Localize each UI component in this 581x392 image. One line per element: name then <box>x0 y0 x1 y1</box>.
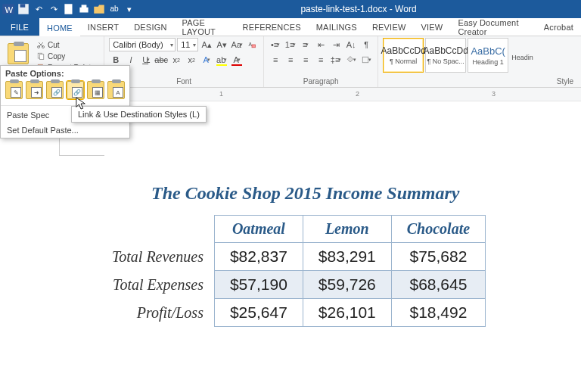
set-default-paste-item[interactable]: Set Default Paste... <box>1 123 129 138</box>
cut-button[interactable]: Cut <box>35 39 99 50</box>
tab-home[interactable]: HOME <box>39 18 80 36</box>
qat-customize-icon[interactable]: ▾ <box>123 2 136 16</box>
qat-undo-icon[interactable]: ↶ <box>32 2 45 16</box>
image-overlay-icon: ▦ <box>92 87 103 98</box>
change-case-button[interactable]: Aa▾ <box>230 38 244 51</box>
row-revenues-label: Total Revenues <box>97 243 214 271</box>
paste-option-link-source[interactable]: 🔗 <box>46 81 64 99</box>
mouse-cursor-icon <box>76 97 86 110</box>
tab-easy-document-creator[interactable]: Easy Document Creator <box>450 18 536 36</box>
cell: $18,492 <box>391 299 485 327</box>
qat-open-icon[interactable] <box>92 2 106 16</box>
col-oatmeal: Oatmeal <box>214 216 303 243</box>
tab-references[interactable]: REFERENCES <box>235 18 309 36</box>
cell: $25,647 <box>214 299 303 327</box>
cell: $68,645 <box>391 271 485 299</box>
style-heading2[interactable]: Headin <box>510 38 546 77</box>
window-title: paste-link-test-1.docx - Word <box>136 4 581 14</box>
group-label-paragraph: Paragraph <box>269 77 373 87</box>
text-effects-button[interactable]: A▾ <box>200 53 213 67</box>
document-area[interactable]: The Cookie Shop 2015 Income Summary Oatm… <box>0 101 581 392</box>
cell: $57,190 <box>214 271 303 299</box>
qat-save-icon[interactable] <box>17 2 30 16</box>
decrease-indent-button[interactable]: ⇤ <box>314 38 328 51</box>
group-label-font: Font <box>109 77 259 87</box>
tab-file[interactable]: FILE <box>0 18 39 36</box>
clear-formatting-button[interactable]: A <box>245 38 259 51</box>
tab-acrobat[interactable]: Acrobat <box>536 18 581 36</box>
line-spacing-button[interactable]: ‡≡▾ <box>329 53 343 67</box>
copy-button[interactable]: Copy <box>35 51 99 61</box>
cell: $83,291 <box>303 243 391 271</box>
shrink-font-button[interactable]: A▾ <box>215 38 228 51</box>
cut-label: Cut <box>48 41 60 49</box>
col-lemon: Lemon <box>303 216 391 243</box>
brush-overlay-icon: ✎ <box>11 87 21 98</box>
sort-button[interactable]: A↓ <box>344 38 358 51</box>
row-profit-label: Profit/Loss <box>97 299 214 327</box>
app-icon[interactable]: W <box>2 2 15 16</box>
svg-text:ab: ab <box>110 5 119 13</box>
paste-option-picture[interactable]: ▦ <box>87 81 104 99</box>
qat-print-icon[interactable] <box>77 2 91 16</box>
paste-option-merge[interactable]: ➜ <box>26 81 43 99</box>
svg-rect-3 <box>20 4 26 8</box>
grow-font-button[interactable]: A▴ <box>200 38 213 51</box>
ruler-mark-1: 1 <box>219 90 223 98</box>
tab-design[interactable]: DESIGN <box>126 18 174 36</box>
ruler-mark-3: 3 <box>492 90 496 98</box>
qat-spelling-icon[interactable]: ab <box>107 2 121 16</box>
paste-options-title: Paste Options: <box>1 66 129 79</box>
tab-page-layout[interactable]: PAGE LAYOUT <box>175 18 235 36</box>
align-center-button[interactable]: ≡ <box>284 53 297 67</box>
font-size-combo[interactable]: 11 <box>177 38 198 51</box>
income-table: Oatmeal Lemon Chocolate Total Revenues $… <box>97 215 486 327</box>
font-name-combo[interactable]: Calibri (Body) <box>109 38 176 51</box>
align-right-button[interactable]: ≡ <box>299 53 312 67</box>
svg-rect-16 <box>362 57 368 63</box>
col-chocolate: Chocolate <box>391 216 485 243</box>
svg-rect-15 <box>252 45 256 48</box>
cell: $26,101 <box>303 299 391 327</box>
tab-insert[interactable]: INSERT <box>80 18 126 36</box>
svg-rect-6 <box>82 5 87 8</box>
qat-new-icon[interactable] <box>62 2 76 16</box>
tab-review[interactable]: REVIEW <box>365 18 414 36</box>
svg-rect-4 <box>64 4 72 14</box>
align-left-button[interactable]: ≡ <box>269 53 282 67</box>
group-label-styles: Style <box>383 77 576 87</box>
paste-tooltip: Link & Use Destination Styles (L) <box>71 106 207 123</box>
style-heading1[interactable]: AaBbC(Heading 1 <box>468 38 508 73</box>
row-expenses-label: Total Expenses <box>97 271 214 299</box>
cell: $82,837 <box>214 243 303 271</box>
justify-button[interactable]: ≡ <box>314 53 328 67</box>
tab-view[interactable]: VIEW <box>414 18 451 36</box>
font-color-button[interactable]: A▾ <box>230 53 244 67</box>
superscript-button[interactable]: x2 <box>185 53 198 67</box>
qat-redo-icon[interactable]: ↷ <box>47 2 61 16</box>
style-normal[interactable]: AaBbCcDd¶ Normal <box>383 38 424 73</box>
chain-overlay-icon: 🔗 <box>51 87 62 98</box>
highlight-button[interactable]: ab▾ <box>215 53 228 67</box>
arrow-overlay-icon: ➜ <box>31 87 42 98</box>
style-no-spacing[interactable]: AaBbCcDd¶ No Spac... <box>425 38 466 73</box>
group-styles: AaBbCcDd¶ Normal AaBbCcDd¶ No Spac... Aa… <box>378 36 581 87</box>
shading-button[interactable]: ▾ <box>344 53 358 67</box>
title-bar: W ↶ ↷ ab ▾ paste-link-test-1.docx - Word <box>0 0 581 18</box>
subscript-button[interactable]: x2 <box>169 53 183 67</box>
copy-label: Copy <box>48 52 65 61</box>
increase-indent-button[interactable]: ⇥ <box>329 38 343 51</box>
cell: $59,726 <box>303 271 391 299</box>
paste-option-text-only[interactable]: A <box>107 81 125 99</box>
strikethrough-button[interactable]: abc <box>154 53 168 67</box>
group-paragraph: •≡▾ 1≡▾ ≡▾ ⇤ ⇥ A↓ ¶ ≡ ≡ ≡ ≡ ‡≡▾ ▾ ▾ Para… <box>264 36 378 87</box>
paste-options-dropdown: Paste Options: ✎ ➜ 🔗 🔗 ▦ A Paste Spec Se… <box>0 65 130 138</box>
tab-mailings[interactable]: MAILINGS <box>309 18 365 36</box>
paste-option-keep-source[interactable]: ✎ <box>5 81 23 99</box>
show-marks-button[interactable]: ¶ <box>359 38 373 51</box>
underline-button[interactable]: U▾ <box>139 53 153 67</box>
bullets-button[interactable]: •≡▾ <box>269 38 282 51</box>
multilevel-button[interactable]: ≡▾ <box>299 38 312 51</box>
numbering-button[interactable]: 1≡▾ <box>284 38 297 51</box>
borders-button[interactable]: ▾ <box>359 53 373 67</box>
